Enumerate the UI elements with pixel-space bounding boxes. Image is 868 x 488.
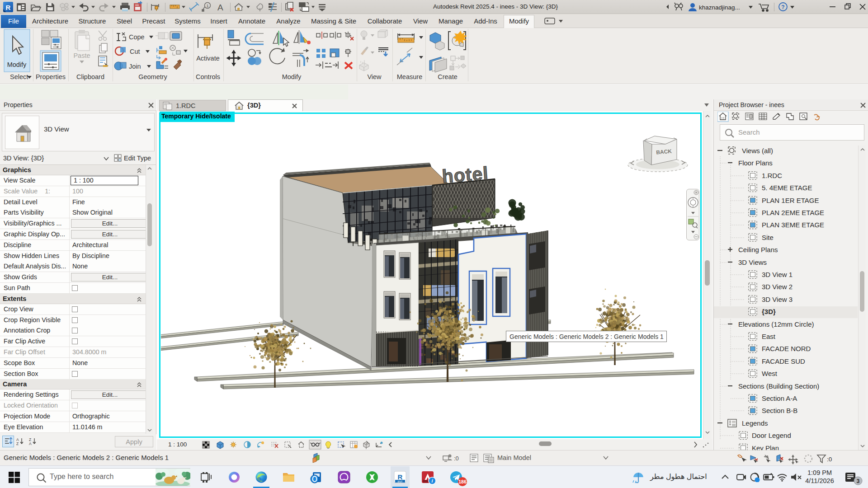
- svg-text:Manage: Manage: [439, 17, 463, 25]
- svg-text:FACADE NORD: FACADE NORD: [762, 345, 811, 352]
- svg-text:Analyze: Analyze: [276, 17, 300, 25]
- svg-text:hotel: hotel: [441, 163, 489, 187]
- svg-text:Properties: Properties: [36, 73, 66, 80]
- svg-text:Modify: Modify: [509, 17, 529, 25]
- svg-text:{3D}: {3D}: [762, 308, 776, 315]
- svg-text:FACADE SUD: FACADE SUD: [762, 357, 805, 365]
- svg-text:3D Views: 3D Views: [738, 258, 767, 266]
- svg-text:1.RDC: 1.RDC: [762, 172, 782, 179]
- svg-text:R: R: [398, 473, 403, 481]
- svg-text:A: A: [29, 441, 32, 446]
- svg-text:Ceiling Plans: Ceiling Plans: [738, 246, 778, 253]
- svg-text:Legends: Legends: [742, 419, 768, 427]
- svg-text::0: :0: [454, 455, 459, 462]
- svg-text:View: View: [367, 73, 382, 80]
- svg-text:3D View 2: 3D View 2: [762, 283, 793, 291]
- svg-text:Cope: Cope: [129, 33, 145, 41]
- svg-text:Annotate: Annotate: [238, 17, 265, 25]
- svg-text:3: 3: [857, 478, 860, 484]
- svg-text:A: A: [217, 3, 223, 12]
- svg-text:Select: Select: [10, 73, 28, 80]
- svg-text:RVT: RVT: [398, 480, 403, 483]
- svg-text:Create: Create: [438, 73, 458, 80]
- svg-text:Section B-B: Section B-B: [762, 407, 797, 414]
- svg-text:Massing & Site: Massing & Site: [311, 17, 356, 25]
- svg-text:Measure: Measure: [397, 73, 422, 80]
- svg-text:Modify: Modify: [282, 73, 302, 80]
- svg-text:Floor Plans: Floor Plans: [738, 159, 773, 167]
- svg-text:PLAN 1ER ETAGE: PLAN 1ER ETAGE: [762, 197, 819, 204]
- svg-text:West: West: [762, 370, 778, 377]
- svg-text:Controls: Controls: [196, 73, 220, 80]
- svg-text:Geometry: Geometry: [138, 73, 167, 80]
- svg-text:Architecture: Architecture: [32, 17, 68, 25]
- svg-text:Sections (Building Section): Sections (Building Section): [738, 382, 819, 390]
- svg-text:1: 1: [206, 4, 208, 8]
- svg-text:R: R: [6, 4, 11, 11]
- svg-text:Activate: Activate: [196, 55, 220, 62]
- svg-text::0: :0: [827, 456, 832, 463]
- svg-text:Cut: Cut: [130, 48, 140, 55]
- svg-text:Insert: Insert: [210, 17, 227, 25]
- svg-text:Key Plan: Key Plan: [752, 444, 779, 450]
- svg-text:Z: Z: [16, 441, 19, 446]
- svg-text:Steel: Steel: [117, 17, 132, 25]
- svg-text:?: ?: [781, 4, 784, 10]
- svg-text:Precast: Precast: [142, 17, 166, 25]
- svg-text:PLAN 2EME ETAGE: PLAN 2EME ETAGE: [762, 209, 824, 216]
- svg-text:Join: Join: [129, 63, 141, 70]
- svg-text:Paste: Paste: [73, 52, 90, 59]
- svg-text:Door Legend: Door Legend: [752, 432, 791, 439]
- svg-text:Clipboard: Clipboard: [76, 73, 104, 80]
- svg-text:Systems: Systems: [175, 17, 201, 25]
- svg-text:Modify: Modify: [7, 61, 27, 68]
- svg-text:East: East: [762, 333, 776, 340]
- svg-text:Add-Ins: Add-Ins: [474, 17, 497, 25]
- svg-text:3D View 1: 3D View 1: [762, 271, 793, 278]
- svg-text:Section A-A: Section A-A: [762, 394, 797, 402]
- svg-text:View: View: [413, 17, 428, 25]
- svg-text:Elevations (12mm Circle): Elevations (12mm Circle): [738, 320, 814, 328]
- svg-text:186: 186: [458, 479, 467, 484]
- svg-text:Site: Site: [762, 234, 774, 241]
- svg-text:3D View 3: 3D View 3: [762, 296, 793, 303]
- svg-text:Views (all): Views (all): [742, 147, 773, 155]
- svg-text:Structure: Structure: [79, 17, 106, 25]
- svg-text:khaznadjinag...: khaznadjinag...: [699, 4, 740, 11]
- svg-text:5. 4EME ETAGE: 5. 4EME ETAGE: [762, 184, 812, 192]
- svg-text:Collaborate: Collaborate: [368, 17, 402, 25]
- svg-text:PLAN 3EME ETAGE: PLAN 3EME ETAGE: [762, 221, 824, 229]
